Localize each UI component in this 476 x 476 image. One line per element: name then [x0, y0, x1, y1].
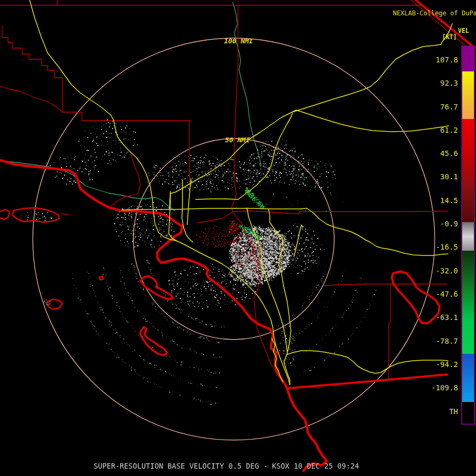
colorbar-tick-label: 14.5	[440, 196, 458, 205]
colorbar-tick-label: 30.1	[440, 172, 458, 181]
colorbar-tick-label: -0.9	[440, 219, 458, 228]
range-ring-label-100nmi: 100 NMI	[224, 37, 253, 45]
range-ring-label-50nmi: 50 NMI	[225, 136, 250, 144]
colorbar-segment	[462, 222, 474, 251]
site-title: NEXLAB-College of DuPage	[378, 2, 476, 24]
colorbar-tick-label: -109.8	[431, 383, 458, 392]
velocity-colorbar	[461, 45, 475, 425]
colorbar-tick-label: -94.2	[436, 360, 458, 369]
colorbar-segment	[462, 47, 474, 71]
colorbar-tick-label: -63.1	[436, 313, 458, 322]
colorbar-tick-label: 61.2	[440, 126, 458, 134]
colorbar-segment	[462, 119, 474, 222]
colorbar-tick-label: -47.6	[436, 290, 458, 298]
radar-viewer: NEXLAB-College of DuPage VEL [KT] 107.89…	[0, 0, 476, 476]
colorbar-segment	[462, 354, 474, 402]
colorbar-tick-label: -16.5	[436, 243, 458, 251]
colorbar-segment	[462, 402, 474, 424]
colorbar-tick-label: 76.7	[440, 103, 458, 111]
colorbar-tick-label: 107.8	[436, 56, 458, 64]
colorbar-tick-label: 45.6	[440, 149, 458, 158]
colorbar-tick-label: 92.3	[440, 79, 458, 87]
colorbar-tick-label: TH	[449, 407, 458, 416]
radar-map-canvas	[0, 0, 476, 476]
colorbar-tick-label: -78.7	[436, 337, 458, 345]
colorbar-units-vel: VEL	[458, 27, 469, 34]
colorbar-tick-label: -32.0	[436, 267, 458, 275]
product-caption: SUPER-RESOLUTION BASE VELOCITY 0.5 DEG -…	[94, 462, 359, 470]
colorbar-tick-labels: 107.892.376.761.245.630.114.5-0.9-16.5-3…	[428, 0, 458, 476]
colorbar-segment	[462, 71, 474, 119]
colorbar-segment	[462, 251, 474, 354]
